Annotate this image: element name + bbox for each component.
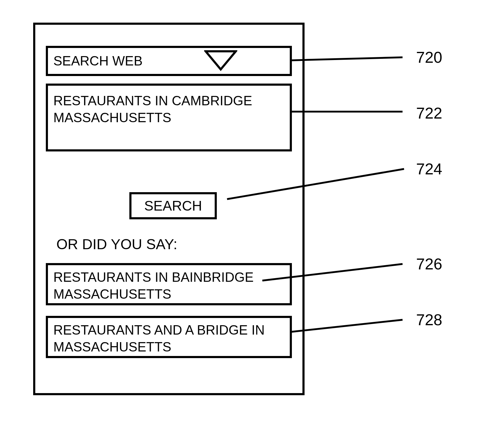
svg-line-1 — [291, 57, 403, 60]
svg-line-4 — [262, 264, 403, 281]
ref-724: 724 — [416, 160, 442, 178]
ref-722: 722 — [416, 104, 442, 122]
ref-720: 720 — [416, 48, 442, 66]
svg-line-5 — [291, 320, 403, 332]
svg-line-3 — [227, 169, 404, 199]
ref-728: 728 — [416, 311, 442, 329]
leader-lines — [0, 0, 493, 448]
diagram-stage: SEARCH WEB RESTAURANTS IN CAMBRIDGE MASS… — [0, 0, 493, 448]
ref-726: 726 — [416, 255, 442, 273]
